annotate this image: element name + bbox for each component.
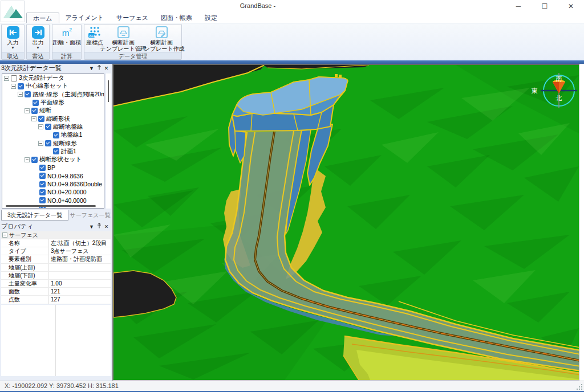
tree-item[interactable]: 平面線形 (2, 99, 104, 107)
property-row[interactable]: 地層(上部) (1, 264, 111, 272)
collapse-icon[interactable] (31, 116, 36, 121)
tree-item-label: NO.0+40.0000 (47, 197, 87, 204)
tree-item[interactable]: NO.0+40.0000 (2, 196, 104, 204)
tree-item[interactable]: NO.0+20.0000 (2, 188, 104, 196)
tree-item[interactable]: 3次元設計データ (2, 74, 104, 82)
close-panel-icon[interactable]: ✕ (103, 66, 110, 71)
tree-panel-title: 3次元設計データ一覧 (1, 64, 62, 72)
property-value: 121 (48, 288, 111, 295)
close-panel-icon[interactable]: ✕ (103, 224, 110, 230)
tab-design-data-list[interactable]: 3次元設計データ一覧 (1, 210, 68, 220)
property-label: タイプ (1, 247, 48, 255)
property-group-header[interactable]: サーフェス (1, 231, 111, 239)
tree-panel-header: 3次元設計データ一覧 ▼ ✕ (1, 64, 110, 72)
property-row[interactable]: 名称左:法面（切土）2段目 (1, 239, 111, 247)
property-row[interactable]: 要素種別道路面・計画堤防面 (1, 255, 111, 263)
export-icon (31, 25, 45, 39)
collapse-icon[interactable] (2, 232, 7, 238)
title-bar: GrandBase - ─ ☐ ✕ (0, 0, 584, 13)
template-manage-button[interactable]: 横断計画 テンプレート管理 (105, 24, 141, 52)
template-manage-icon (116, 25, 131, 39)
property-label: 土量変化率 (1, 280, 48, 287)
ribbon: 入力 ▼ 取込 出力 ▼ 書込 m2 距離・面積 計算 (0, 23, 584, 60)
property-row[interactable]: 面数121 (1, 288, 111, 296)
property-label: 地層(下部) (1, 272, 48, 279)
tree-checkbox[interactable] (11, 75, 17, 81)
collapse-icon[interactable] (11, 84, 16, 89)
collapse-icon[interactable] (25, 157, 30, 162)
tree-item[interactable]: 計画1 (2, 148, 104, 156)
collapse-icon[interactable] (18, 92, 23, 97)
resize-grip[interactable] (575, 382, 582, 390)
svg-text:m: m (62, 27, 69, 37)
tree-item[interactable]: 横断形状セット (2, 156, 104, 164)
property-value: 左:法面（切土）2段目 (48, 239, 111, 247)
tree-item[interactable]: BP (2, 164, 104, 172)
tree-checkbox[interactable] (45, 140, 51, 146)
tree-checkbox[interactable] (18, 83, 24, 89)
viewport-3d[interactable]: 東 西 南 北 (112, 64, 579, 381)
template-create-button[interactable]: 横断計画 テンプレート作成 (141, 24, 181, 52)
app-logo[interactable] (1, 1, 25, 22)
property-row[interactable]: 地層(下部) (1, 272, 111, 280)
tree-item[interactable]: 地盤線1 (2, 131, 104, 139)
tree-horizontal-scrollbar[interactable] (6, 205, 96, 207)
properties-panel-header: プロパティ ▼ ✕ (1, 222, 110, 231)
status-bar: X: -190022.092 Y: 39730.452 H: 315.181 (0, 381, 584, 391)
maximize-button[interactable]: ☐ (532, 0, 558, 13)
tree-checkbox[interactable] (39, 181, 46, 187)
tree-item[interactable]: NO.0+9.8636Double (2, 180, 104, 188)
tree-checkbox[interactable] (39, 173, 46, 179)
coordinate-readout: X: -190022.092 Y: 39730.452 H: 315.181 (5, 382, 119, 389)
property-row[interactable]: タイプ3点サーフェス (1, 247, 111, 255)
tree-item[interactable]: 縦断 (2, 107, 104, 115)
tab-alignment[interactable]: アライメント (59, 13, 111, 23)
tree-checkbox[interactable] (39, 197, 46, 203)
tab-drawing[interactable]: 図面・帳票 (155, 13, 198, 23)
tree-checkbox[interactable] (45, 124, 51, 130)
property-row[interactable]: 土量変化率1.00 (1, 280, 111, 288)
tab-home[interactable]: ホーム (26, 13, 59, 23)
tree-checkbox[interactable] (25, 91, 31, 97)
tree-checkbox[interactable] (31, 157, 38, 163)
output-button[interactable]: 出力 ▼ (27, 24, 49, 52)
tree-item[interactable]: 中心線形セット (2, 82, 104, 90)
tree-item[interactable]: 縦断形状 (2, 115, 104, 122)
ribbon-group-data: ALL 座標点 横断計画 テンプレート管理 横断計画 テンプレート作成 デー (84, 24, 182, 60)
tree-item[interactable]: 縦断地盤線 (2, 123, 104, 131)
tree-checkbox[interactable] (53, 148, 59, 154)
collapse-icon[interactable] (38, 141, 43, 146)
pin-icon[interactable] (95, 65, 103, 71)
input-button[interactable]: 入力 ▼ (2, 24, 24, 52)
tree-checkbox[interactable] (39, 189, 46, 195)
collapse-icon[interactable] (38, 124, 43, 129)
panel-menu-icon[interactable]: ▼ (88, 224, 95, 230)
tree-item-label: 縦断 (39, 107, 51, 115)
tree-checkbox[interactable] (33, 100, 39, 106)
collapse-icon[interactable] (25, 108, 30, 113)
tree-vertical-scrollbar[interactable] (106, 74, 111, 209)
pin-icon[interactable] (95, 223, 103, 230)
tree-checkbox[interactable] (38, 116, 44, 122)
tree-item[interactable]: 路線-線形（主測点間隔20m (2, 91, 104, 99)
minimize-button[interactable]: ─ (505, 0, 532, 13)
tree-item[interactable]: 縦断線形 (2, 139, 104, 147)
tree-item[interactable]: NO.0+9.8636 (2, 172, 104, 180)
collapse-icon[interactable] (4, 76, 9, 81)
import-icon (6, 25, 20, 39)
property-value: 127 (48, 296, 111, 303)
tree-checkbox[interactable] (39, 165, 46, 171)
tree-item-label: 計画1 (61, 148, 76, 156)
tree-checkbox[interactable] (53, 132, 59, 138)
tab-surface[interactable]: サーフェス (110, 13, 155, 23)
tab-surface-list[interactable]: サーフェス一覧 (70, 210, 111, 220)
tree-item-label: NO.0+9.8636Double (47, 181, 102, 187)
distance-area-button[interactable]: m2 距離・面積 (52, 24, 81, 52)
tab-settings[interactable]: 設定 (198, 13, 224, 23)
dropdown-arrow-icon: ▼ (11, 46, 15, 50)
tree-checkbox[interactable] (31, 108, 38, 114)
panel-menu-icon[interactable]: ▼ (88, 66, 95, 71)
window-title: GrandBase - (0, 2, 516, 9)
close-button[interactable]: ✕ (558, 0, 584, 13)
property-row[interactable]: 点数127 (1, 296, 111, 304)
